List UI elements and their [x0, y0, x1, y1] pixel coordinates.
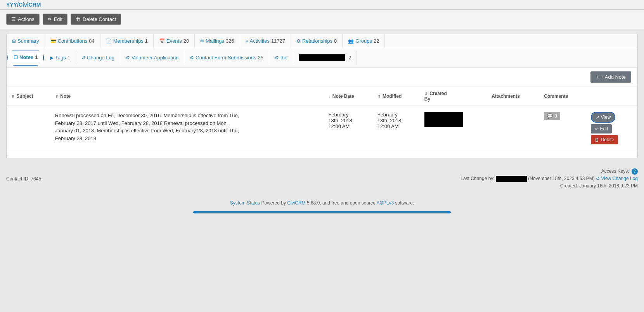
tab-the[interactable]: ⚙ the	[269, 51, 293, 64]
page-footer: System Status Powered by CiviCRM 5.68.0,…	[0, 195, 644, 211]
header-title: YYY/CiviCRM	[6, 2, 41, 8]
tab-memberships[interactable]: 📄 Memberships 1	[100, 34, 154, 48]
last-change-row: Last Change by: (November 15th, 2023 4:5…	[460, 175, 638, 182]
created-by-redacted	[424, 112, 463, 127]
delete-contact-button[interactable]: 🗑 Delete Contact	[71, 14, 121, 25]
tab-contributions[interactable]: 💳 Contributions 84	[45, 34, 100, 48]
actions-button[interactable]: ☰ Actions	[6, 14, 40, 25]
contact-id-section: Contact ID: 7645	[6, 176, 41, 182]
tab-activities[interactable]: ≡ Activities 11727	[240, 34, 291, 48]
col-attachments: Attachments	[487, 87, 539, 106]
actions-label: Actions	[18, 16, 35, 22]
groups-count: 22	[374, 38, 379, 44]
page-header: YYY/CiviCRM	[0, 0, 644, 10]
tab-notes[interactable]: ☐ Notes 1	[8, 50, 43, 65]
tab-tags[interactable]: ▶ Tags 1	[45, 51, 76, 64]
notes-count: 1	[35, 54, 38, 60]
activities-count: 11727	[271, 38, 285, 44]
contact-id-label: Contact ID:	[6, 176, 31, 182]
cell-modified: February18th, 201812:00 AM	[373, 106, 420, 150]
mailings-count: 326	[226, 38, 234, 44]
main-content: ⊞ Summary 💳 Contributions 84 📄 Membershi…	[6, 34, 638, 158]
tab-memberships-label: Memberships	[113, 38, 144, 44]
tab-summary[interactable]: ⊞ Summary	[7, 34, 45, 48]
edit-icon: ✏	[48, 16, 52, 22]
col-actions	[586, 87, 637, 106]
tab-contactform[interactable]: ⚙ Contact Form Submissions 25	[184, 51, 269, 64]
tab-events[interactable]: 📅 Events 20	[154, 34, 195, 48]
tab-relationships[interactable]: ⚙ Relationships 0	[291, 34, 343, 48]
col-created-by[interactable]: ⇕ CreatedBy	[420, 87, 487, 106]
contactform-count: 25	[258, 55, 263, 61]
add-note-button[interactable]: + + Add Note	[590, 71, 631, 83]
col-note-date[interactable]: ↓ Note Date	[324, 87, 372, 106]
cell-created-by	[420, 106, 487, 150]
tags-count: 1	[68, 55, 70, 61]
comments-badge: 💬 0	[544, 112, 560, 120]
add-note-label: + Add Note	[601, 74, 626, 80]
actions-icon: ☰	[11, 16, 16, 22]
delete-label: Delete Contact	[83, 16, 116, 22]
redacted-count: 2	[348, 55, 351, 61]
civicrm-link[interactable]: CiviCRM	[287, 200, 307, 206]
sort-icon-note: ⇕	[55, 94, 58, 99]
col-subject[interactable]: ⇕ Subject	[7, 87, 50, 106]
cell-row-actions: ↗ View ✏ Edit 🗑 Delete	[586, 106, 637, 150]
tab-changelog-label: Change Log	[87, 55, 114, 61]
help-icon[interactable]: ?	[632, 168, 638, 175]
row-edit-button[interactable]: ✏ Edit	[591, 124, 612, 133]
tab-groups-label: Groups	[355, 38, 372, 44]
notes-tab-wrapper: ☐ Notes 1	[7, 50, 44, 66]
edit-button[interactable]: ✏ Edit	[43, 14, 68, 25]
comments-count: 0	[554, 113, 557, 119]
row-delete-button[interactable]: 🗑 Delete	[591, 135, 618, 144]
col-note[interactable]: ⇕ Note	[50, 87, 324, 106]
table-row: Renewal processed on Fri, December 30, 2…	[7, 106, 637, 150]
row-edit-label: Edit	[600, 126, 608, 132]
mailings-icon: ✉	[200, 38, 204, 44]
system-status-link[interactable]: System Status	[230, 200, 261, 206]
tab-relationships-label: Relationships	[302, 38, 332, 44]
edit-row-icon: ✏	[595, 126, 599, 132]
access-keys-row: Access Keys: ?	[460, 168, 638, 175]
contributions-icon: 💳	[50, 38, 56, 44]
sort-icon-subject: ⇕	[11, 94, 14, 99]
last-change-date: (November 15th, 2023 4:53 PM)	[528, 176, 594, 181]
view-btn-circled: ↗ View	[591, 112, 616, 123]
plus-icon: +	[596, 74, 599, 80]
table-header-row: ⇕ Subject ⇕ Note ↓ Note Date ⇕ Modified	[7, 87, 637, 106]
tabs-row-1: ⊞ Summary 💳 Contributions 84 📄 Membershi…	[7, 34, 637, 48]
agpl-link[interactable]: AGPLv3	[376, 200, 395, 206]
footer-right: Access Keys: ? Last Change by: (November…	[460, 168, 638, 190]
view-button[interactable]: ↗ View	[592, 113, 615, 122]
footer-info: Contact ID: 7645 Access Keys: ? Last Cha…	[0, 163, 644, 195]
contactform-icon: ⚙	[190, 55, 194, 61]
col-modified[interactable]: ⇕ Modified	[373, 87, 420, 106]
tab-groups[interactable]: 👥 Groups 22	[343, 34, 385, 48]
access-keys-label: Access Keys:	[601, 168, 629, 174]
tab-changelog[interactable]: ↺ Change Log	[76, 51, 120, 64]
comment-icon: 💬	[547, 113, 553, 119]
tab-volunteer[interactable]: ⚙ Volunteer Application	[120, 51, 184, 64]
tab-mailings[interactable]: ✉ Mailings 326	[195, 34, 240, 48]
changelog-icon: ↺	[81, 55, 85, 61]
notes-table: ⇕ Subject ⇕ Note ↓ Note Date ⇕ Modified	[7, 87, 637, 150]
created-date-row: Created: January 16th, 2018 9:23 PM	[460, 182, 638, 190]
sort-icon-note-date: ↓	[328, 94, 330, 99]
memberships-count: 1	[145, 38, 148, 44]
notes-table-container: ⇕ Subject ⇕ Note ↓ Note Date ⇕ Modified	[7, 87, 637, 158]
volunteer-icon: ⚙	[126, 55, 130, 61]
tab-tags-label: Tags	[55, 55, 66, 61]
view-change-log-link[interactable]: ↺ View Change Log	[596, 176, 638, 181]
external-link-icon: ↗	[596, 114, 599, 120]
row-delete-label: Delete	[601, 137, 615, 142]
row-action-buttons: ↗ View ✏ Edit 🗑 Delete	[591, 112, 633, 144]
cell-comments: 💬 0	[539, 106, 586, 150]
tab-redacted[interactable]: 2	[293, 50, 357, 65]
relationships-icon: ⚙	[296, 38, 301, 44]
col-comments: Comments	[539, 87, 586, 106]
version-text: 5.68.0, and free and open source	[307, 200, 376, 206]
cell-note-date: February18th, 201812:00 AM	[324, 106, 372, 150]
events-count: 20	[184, 38, 189, 44]
tab-events-label: Events	[166, 38, 182, 44]
